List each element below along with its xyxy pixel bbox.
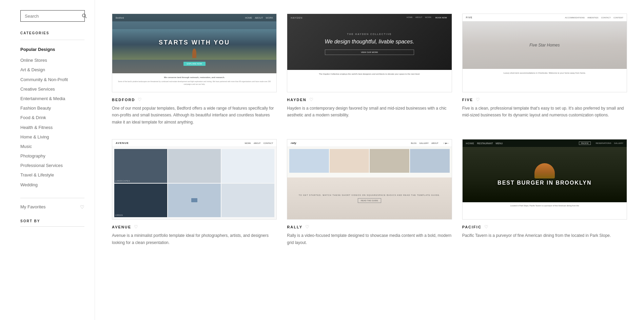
sidebar-item-art-design[interactable]: Art & Design [20, 65, 84, 75]
pacific-hero-title: BEST BURGER IN BROOKLYN [497, 180, 591, 186]
bedford-preview-text: We conserve land through outreach, resto… [112, 73, 276, 92]
avenue-nav-title: AVENUE [116, 142, 129, 145]
search-icon [82, 13, 87, 19]
bedford-hero-title: STARTS WITH YOU [159, 39, 230, 46]
sort-by-label: SORT BY [20, 219, 84, 223]
sidebar: CATEGORIES Popular Designs Online Stores… [0, 0, 95, 320]
sidebar-item-fashion-beauty[interactable]: Fashion Beauty [20, 103, 84, 113]
my-favorites-label[interactable]: My Favorites [20, 204, 45, 209]
avenue-favorite-icon[interactable]: ♡ [134, 224, 138, 229]
template-card-pacific: HOME RESTAURANT MENU PACIFIC RESERVATION… [462, 139, 627, 246]
svg-point-0 [82, 14, 85, 17]
hayden-collective-label: THE HAYDEN COLLECTIVE [325, 33, 414, 35]
bedford-title: BEDFORD [112, 98, 135, 102]
pacific-title: PACIFIC [462, 225, 482, 229]
svg-line-1 [85, 17, 87, 18]
sidebar-item-travel-lifestyle[interactable]: Travel & Lifestyle [20, 170, 84, 180]
hayden-hero-title: We design thoughtful, livable spaces. [325, 38, 414, 45]
five-title: FIVE [462, 98, 473, 102]
pacific-favorite-icon[interactable]: ♡ [484, 224, 488, 229]
rally-bottom-section: TO GET STARTED, WATCH THESE SHORT VIDEOS… [287, 177, 451, 219]
sidebar-item-professional-services[interactable]: Professional Services [20, 161, 84, 170]
template-preview-five[interactable]: FIVE ACCOMMODATIONSAMENITIESCONTACTCONTE… [462, 14, 627, 92]
avenue-photo-grid: LANDSCAPES URBAN [112, 147, 276, 219]
templates-grid: Bedford HOMEABOUTWORK STARTS WITH YOU EX… [112, 14, 627, 246]
hayden-cta-btn[interactable]: VIEW OUR WORK [325, 50, 414, 55]
five-card-info: FIVE ♡ Five is a clean, professional tem… [462, 97, 627, 119]
sidebar-item-health-fitness[interactable]: Health & Fitness [20, 123, 84, 132]
template-card-avenue: AVENUE WORKABOUTCONTACT LANDSCAPES URBAN [112, 139, 277, 246]
sidebar-item-community-non-profit[interactable]: Community & Non-Profit [20, 75, 84, 84]
rally-photo-grid [287, 147, 451, 177]
rally-cta[interactable]: READ THE GUIDE [358, 198, 381, 203]
sidebar-item-creative-services[interactable]: Creative Services [20, 84, 84, 94]
template-preview-pacific[interactable]: HOME RESTAURANT MENU PACIFIC RESERVATION… [462, 139, 627, 220]
pacific-preview-text: Located in Park Slope, Pacific Tavern is… [463, 202, 627, 219]
avenue-card-info: AVENUE ♡ Avenue is a minimalist portfoli… [112, 224, 277, 246]
hayden-title: HAYDEN [287, 98, 306, 102]
sidebar-item-music[interactable]: Music [20, 142, 84, 151]
pacific-description: Pacific Tavern is a purveyor of fine Ame… [462, 232, 627, 239]
five-favorite-icon[interactable]: ♡ [476, 97, 480, 102]
sidebar-item-popular-designs[interactable]: Popular Designs [20, 45, 84, 54]
my-favorites-section: My Favorites ♡ [20, 198, 84, 210]
main-content: Bedford HOMEABOUTWORK STARTS WITH YOU EX… [95, 0, 644, 320]
rally-card-info: RALLY ♡ Rally is a video-focused templat… [287, 224, 452, 246]
my-favorites-heart-icon[interactable]: ♡ [80, 204, 84, 210]
hayden-favorite-icon[interactable]: ♡ [309, 97, 313, 102]
sidebar-item-home-living[interactable]: Home & Living [20, 132, 84, 142]
template-preview-hayden[interactable]: HAYDEN HOME ABOUT WORK BOOK NOW THE HAYD… [287, 14, 452, 92]
sidebar-item-entertainment-media[interactable]: Entertainment & Media [20, 94, 84, 103]
template-preview-bedford[interactable]: Bedford HOMEABOUTWORK STARTS WITH YOU EX… [112, 14, 277, 92]
pacific-card-info: PACIFIC ♡ Pacific Tavern is a purveyor o… [462, 224, 627, 239]
avenue-description: Avenue is a minimalist portfolio templat… [112, 232, 277, 246]
template-card-five: FIVE ACCOMMODATIONSAMENITIESCONTACTCONTE… [462, 14, 627, 126]
five-hero-text: Five Star Homes [529, 43, 560, 48]
sort-divider [20, 226, 84, 227]
sidebar-item-online-stores[interactable]: Online Stores [20, 56, 84, 65]
sidebar-item-wedding[interactable]: Wedding [20, 180, 84, 190]
template-card-rally: rally BLOGGALLERYABOUT ♫ ▶ ▪ TO GET STAR [287, 139, 452, 246]
sidebar-item-photography[interactable]: Photography [20, 151, 84, 161]
categories-divider [20, 40, 84, 40]
search-box[interactable] [20, 10, 85, 22]
template-preview-avenue[interactable]: AVENUE WORKABOUTCONTACT LANDSCAPES URBAN [112, 139, 277, 220]
template-card-hayden: HAYDEN HOME ABOUT WORK BOOK NOW THE HAYD… [287, 14, 452, 126]
five-preview-text: Luxury short-term accommodations in Cher… [463, 69, 627, 92]
rally-favorite-icon[interactable]: ♡ [305, 224, 309, 229]
sort-by-section: SORT BY [20, 219, 84, 227]
hayden-card-info: HAYDEN ♡ Hayden is a contemporary design… [287, 97, 452, 119]
categories-label: CATEGORIES [20, 31, 84, 35]
sidebar-item-food-drink[interactable]: Food & Drink [20, 113, 84, 123]
bedford-description: One of our most popular templates, Bedfo… [112, 105, 277, 126]
search-input[interactable] [25, 14, 82, 19]
bedford-card-info: BEDFORD ♡ One of our most popular templa… [112, 97, 277, 126]
rally-title: RALLY [287, 225, 303, 229]
five-description: Five is a clean, professional template t… [462, 105, 627, 119]
avenue-title: AVENUE [112, 225, 131, 229]
hayden-description: Hayden is a contemporary design favored … [287, 105, 452, 119]
hayden-preview-text: The Hayden Collective employs the world'… [287, 70, 451, 92]
template-card-bedford: Bedford HOMEABOUTWORK STARTS WITH YOU EX… [112, 14, 277, 126]
bedford-favorite-icon[interactable]: ♡ [138, 97, 142, 102]
rally-description: Rally is a video-focused template design… [287, 232, 452, 246]
template-preview-rally[interactable]: rally BLOGGALLERYABOUT ♫ ▶ ▪ TO GET STAR [287, 139, 452, 220]
